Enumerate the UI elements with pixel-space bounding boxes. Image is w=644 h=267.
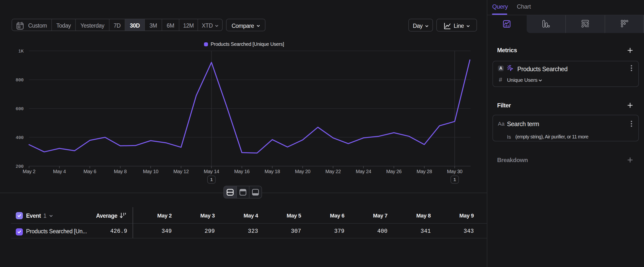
svg-text:May 4: May 4 <box>53 169 66 174</box>
svg-text:May 18: May 18 <box>265 169 280 174</box>
svg-text:800: 800 <box>16 78 24 83</box>
svg-text:May 2: May 2 <box>23 169 36 174</box>
svg-text:May 12: May 12 <box>174 169 189 174</box>
svg-text:1: 1 <box>210 177 213 182</box>
svg-text:May 6: May 6 <box>84 169 96 174</box>
svg-text:May 16: May 16 <box>234 169 250 174</box>
svg-text:May 24: May 24 <box>356 169 371 174</box>
svg-text:May 26: May 26 <box>386 169 402 174</box>
svg-text:May 10: May 10 <box>143 169 158 174</box>
svg-text:200: 200 <box>16 164 24 169</box>
svg-text:May 30: May 30 <box>447 169 462 174</box>
svg-text:May 14: May 14 <box>204 169 219 174</box>
svg-text:400: 400 <box>16 135 24 140</box>
svg-text:May 20: May 20 <box>295 169 310 174</box>
svg-text:May 22: May 22 <box>326 169 341 174</box>
svg-text:May 8: May 8 <box>114 169 127 174</box>
svg-text:May 28: May 28 <box>417 169 432 174</box>
svg-text:600: 600 <box>16 106 24 111</box>
svg-text:1K: 1K <box>18 49 24 54</box>
svg-text:1: 1 <box>453 177 456 182</box>
